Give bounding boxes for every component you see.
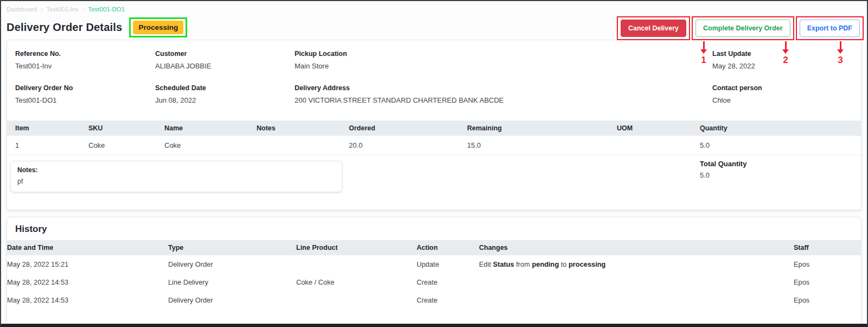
type-cell: Delivery Order <box>168 291 296 309</box>
changes-text: from <box>516 260 530 268</box>
items-col-remaining: Remaining <box>467 121 617 136</box>
field-value: May 28, 2022 <box>712 62 853 70</box>
field-value: Jun 08, 2022 <box>155 96 295 104</box>
status-badge-highlight-box: Processing <box>129 17 187 37</box>
table-footer-area: Notes: pf Total Quantity 5.0 <box>7 155 861 210</box>
cancel-delivery-button[interactable]: Cancel Delivery <box>621 20 686 37</box>
changes-cell <box>479 291 794 309</box>
history-col-action: Action <box>417 240 479 255</box>
changes-cell <box>479 273 794 291</box>
action-buttons: Cancel Delivery Complete Delivery Order … <box>617 16 864 40</box>
ordered-cell: 20.0 <box>349 136 467 155</box>
table-row: May 28, 2022 14:53 Delivery Order Create… <box>7 291 861 309</box>
table-row: May 28, 2022 14:53 Line Delivery Coke / … <box>7 273 861 291</box>
breadcrumb-invoice[interactable]: Test001-Inv <box>47 6 79 12</box>
breadcrumb-separator-icon: › <box>82 7 84 12</box>
type-cell: Delivery Order <box>168 255 296 273</box>
field-label: Delivery Order No <box>15 84 155 92</box>
field-label: Reference No. <box>15 50 155 58</box>
field-value: 200 VICTORIA STREET STANDARD CHARTERED B… <box>295 96 712 104</box>
table-row: May 28, 2022 15:21 Delivery Order Update… <box>7 255 861 273</box>
table-row: 1 Coke Coke 20.0 15.0 5.0 <box>7 136 861 155</box>
field-label: Contact person <box>712 84 853 92</box>
complete-delivery-order-button[interactable]: Complete Delivery Order <box>695 20 790 37</box>
order-notes-box: Notes: pf <box>10 161 342 192</box>
field-label: Scheduled Date <box>155 84 295 92</box>
changes-cell: Edit Status from pending to processing <box>479 255 794 273</box>
history-table-header-row: Date and Time Type Line Product Action C… <box>7 240 861 255</box>
changes-field: Status <box>493 260 514 268</box>
breadcrumb: Dashboard › Test001-Inv › Test001-DO1 <box>1 1 867 12</box>
field-label: Pickup Location <box>295 50 712 58</box>
page-title: Delivery Order Details <box>7 21 122 34</box>
action-cell: Create <box>417 291 479 309</box>
delivery-order-details-page: Dashboard › Test001-Inv › Test001-DO1 De… <box>0 0 868 327</box>
changes-text: to <box>561 260 567 268</box>
item-cell: 1 <box>7 136 88 155</box>
changes-old-value: pending <box>532 260 559 268</box>
field-label: Last Update <box>712 50 853 58</box>
total-quantity-value: 5.0 <box>700 171 746 179</box>
staff-cell: Epos <box>794 255 861 273</box>
field-label: Delivery Address <box>295 84 712 92</box>
history-col-line-product: Line Product <box>296 240 417 255</box>
items-col-sku: SKU <box>88 121 164 136</box>
history-col-datetime: Date and Time <box>7 240 168 255</box>
items-col-name: Name <box>164 121 257 136</box>
items-table: Item SKU Name Notes Ordered Remaining UO… <box>7 121 861 155</box>
field-reference-no: Reference No. Test001-Inv <box>15 50 155 70</box>
field-delivery-address: Delivery Address 200 VICTORIA STREET STA… <box>295 84 712 104</box>
field-value: Test001-Inv <box>15 62 155 70</box>
order-details-card: Reference No. Test001-Inv Customer ALIBA… <box>7 40 861 210</box>
history-card: History Date and Time Type Line Product … <box>7 217 861 326</box>
field-value: ALIBABA JOBBIE <box>155 62 295 70</box>
history-col-changes: Changes <box>479 240 794 255</box>
breadcrumb-current: Test001-DO1 <box>88 6 125 12</box>
remaining-cell: 15.0 <box>467 136 617 155</box>
action-cell: Update <box>417 255 479 273</box>
field-value: Main Store <box>295 62 712 70</box>
items-col-item: Item <box>7 121 88 136</box>
export-to-pdf-button[interactable]: Export to PDF <box>800 20 860 37</box>
staff-cell: Epos <box>794 273 861 291</box>
staff-cell: Epos <box>794 291 861 309</box>
total-quantity: Total Quantity 5.0 <box>700 160 746 179</box>
field-last-update: Last Update May 28, 2022 <box>712 50 853 70</box>
total-quantity-label: Total Quantity <box>700 160 746 168</box>
line-product-cell <box>296 291 417 309</box>
field-delivery-order-no: Delivery Order No Test001-DO1 <box>15 84 155 104</box>
items-col-quantity: Quantity <box>700 121 861 136</box>
field-value: Chloe <box>712 96 853 104</box>
items-col-notes: Notes <box>257 121 349 136</box>
notes-label: Notes: <box>17 166 335 174</box>
annotation-box-3: Export to PDF <box>796 16 864 40</box>
notes-cell <box>257 136 349 155</box>
uom-cell <box>617 136 700 155</box>
field-customer: Customer ALIBABA JOBBIE <box>155 50 295 70</box>
items-col-uom: UOM <box>617 121 700 136</box>
breadcrumb-dashboard[interactable]: Dashboard <box>7 6 37 12</box>
history-col-staff: Staff <box>794 240 861 255</box>
field-label: Customer <box>155 50 295 58</box>
history-table: Date and Time Type Line Product Action C… <box>7 240 861 309</box>
name-cell: Coke <box>164 136 257 155</box>
line-product-cell: Coke / Coke <box>296 273 417 291</box>
quantity-cell: 5.0 <box>700 136 861 155</box>
annotation-box-1: Cancel Delivery <box>617 16 690 40</box>
changes-text: Edit <box>479 260 491 268</box>
history-section-title: History <box>7 217 861 240</box>
action-cell: Create <box>417 273 479 291</box>
datetime-cell: May 28, 2022 14:53 <box>7 273 168 291</box>
datetime-cell: May 28, 2022 15:21 <box>7 255 168 273</box>
line-product-cell <box>296 255 417 273</box>
history-col-type: Type <box>168 240 296 255</box>
field-value: Test001-DO1 <box>15 96 155 104</box>
field-contact-person: Contact person Chloe <box>712 84 853 104</box>
status-badge: Processing <box>133 21 183 34</box>
changes-new-value: processing <box>569 260 605 268</box>
sku-cell: Coke <box>88 136 164 155</box>
notes-value: pf <box>17 178 335 185</box>
datetime-cell: May 28, 2022 14:53 <box>7 291 168 309</box>
annotation-box-2: Complete Delivery Order <box>692 16 794 40</box>
type-cell: Line Delivery <box>168 273 296 291</box>
